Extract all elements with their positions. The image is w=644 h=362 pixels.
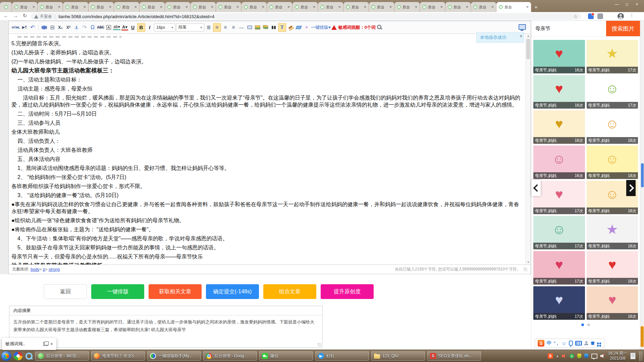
browser-tab[interactable]: 后台 × <box>343 2 369 12</box>
search-launcher-icon[interactable] <box>25 352 33 360</box>
address-bar[interactable]: 不安全 | lianhe.5068.com/index.php/admin/ar… <box>31 13 581 20</box>
browser-menu-icon[interactable]: ⋮ <box>630 13 634 18</box>
image-result[interactable]: ♥ 母亲节,妈妈 16次 <box>533 40 585 73</box>
action-button[interactable]: 一键排版 <box>91 284 144 299</box>
image-result[interactable]: ★ 母亲节,妈妈 17次 <box>587 40 638 73</box>
window-scrollbar[interactable] <box>640 21 644 350</box>
align-left-icon[interactable]: ≡ <box>213 23 221 32</box>
taskbar-button[interactable]: SEO文章优化.xls... <box>427 351 481 361</box>
preview-search-icon[interactable] <box>376 23 384 32</box>
close-icon[interactable]: × <box>632 1 642 8</box>
action-button[interactable]: 返回 <box>44 284 87 299</box>
browser-tab[interactable]: 后台 × <box>292 2 318 12</box>
video-icon[interactable] <box>41 23 48 32</box>
url-text[interactable]: lianhe.5068.com/index.php/admin/article.… <box>58 14 573 19</box>
sogou-logo-icon[interactable]: S <box>538 340 544 347</box>
html-source-icon[interactable]: HTML <box>12 23 20 32</box>
minimize-icon[interactable]: — <box>612 1 622 8</box>
tab-close-icon[interactable]: × <box>466 5 468 9</box>
antivirus-shield-icon[interactable] <box>584 354 588 358</box>
editor-content[interactable]: 5.完整的随音乐表演。 (1)幼儿扮孩子，老师扮妈妈，边唱边表演。 (2)一半幼… <box>9 34 525 264</box>
element-path-link[interactable]: p <box>43 267 45 272</box>
tab-close-icon[interactable]: × <box>364 5 366 9</box>
tab-close-icon[interactable]: × <box>109 5 111 9</box>
separator[interactable] <box>38 25 39 30</box>
scrollbar-thumb-blue[interactable] <box>641 163 644 187</box>
image-result[interactable]: ☺ 母亲节,妈妈 18次 <box>587 145 638 179</box>
image-result[interactable]: ♥ 母亲节,妈妈 18次 <box>587 286 638 320</box>
tab-close-icon[interactable]: × <box>33 5 35 9</box>
browser-tab[interactable]: 后台 × <box>191 2 216 12</box>
action-button[interactable]: 获取相关文章 <box>149 284 202 299</box>
undo-icon[interactable]: ↶ <box>29 23 36 32</box>
tab-close-icon[interactable]: × <box>84 5 86 9</box>
taskbar-button[interactable]: 后台管理 - 360安... <box>35 351 89 361</box>
browser-tab[interactable]: 后台 × <box>496 2 531 12</box>
anchor-icon[interactable]: ⚓ <box>73 23 80 32</box>
image-result[interactable]: ♥ 母亲节,妈妈 18次 <box>587 251 638 285</box>
screenshot-icon[interactable] <box>246 23 253 32</box>
browser-tab[interactable]: 后台 × <box>318 2 343 12</box>
magic-typeset-icon[interactable]: ✳ <box>303 23 310 32</box>
bold-icon[interactable]: B <box>137 23 145 32</box>
reload-icon[interactable]: ↻ <box>21 13 29 19</box>
resize-grip[interactable] <box>524 267 527 271</box>
tab-close-icon[interactable]: × <box>389 5 392 9</box>
tab-close-icon[interactable]: × <box>338 5 341 9</box>
tab-close-icon[interactable]: × <box>491 5 494 9</box>
extensions-puzzle-icon[interactable] <box>597 13 603 19</box>
find-replace-icon[interactable] <box>270 23 277 32</box>
scroll-up-icon[interactable]: ▲ <box>526 35 531 38</box>
browser-tab[interactable]: 后台 × <box>394 2 420 12</box>
browser-tab[interactable]: × <box>0 2 12 12</box>
next-page-arrow[interactable] <box>626 180 636 196</box>
skin-icon[interactable] <box>591 342 595 345</box>
forward-icon[interactable]: → <box>11 13 19 18</box>
redo-icon[interactable]: ↷ <box>81 23 88 32</box>
360-browser-icon[interactable] <box>14 352 22 360</box>
horizontal-rule-icon[interactable]: — <box>238 23 245 32</box>
element-path-link[interactable]: strong <box>49 267 60 272</box>
tab-close-icon[interactable]: × <box>135 5 137 9</box>
restore-window-icon[interactable] <box>43 342 48 346</box>
browser-tab[interactable]: 后台 × <box>369 2 394 12</box>
sensitive-words-warning[interactable]: 敏感词提醒：0个词 <box>331 23 376 32</box>
browser-tab[interactable]: 后台 × <box>63 2 89 12</box>
popup-close-icon[interactable]: × <box>50 341 53 347</box>
tab-close-icon[interactable]: × <box>262 5 264 9</box>
taskbar-button[interactable]: 一键排版助手(My... <box>147 351 201 361</box>
punctuation-icon[interactable]: °， <box>554 341 559 346</box>
image-search-input[interactable] <box>531 21 606 36</box>
image-result[interactable]: ♥ 母亲节,妈妈 16次 <box>533 110 585 144</box>
align-right-icon[interactable]: ≡ <box>230 23 237 32</box>
browser-tab[interactable]: 后台 × <box>420 2 445 12</box>
notes-tray-icon[interactable] <box>630 353 636 359</box>
special-char-icon[interactable]: Ω <box>89 23 96 32</box>
hidden-icons-arrow[interactable]: ▲ <box>556 355 559 358</box>
action-button[interactable]: 确定提交(-148s) <box>206 284 259 299</box>
microphone-icon[interactable] <box>569 341 573 346</box>
taskbar-button[interactable]: 后台管理 - Goog... <box>203 351 257 361</box>
taskbar-button[interactable]: 微信 <box>259 351 313 361</box>
bordered-text-icon[interactable]: A <box>105 23 112 32</box>
start-button[interactable] <box>1 351 11 361</box>
browser-tab[interactable]: 后台 × <box>140 2 165 12</box>
show-desktop-button[interactable] <box>639 351 643 361</box>
scrollbar-thumb[interactable] <box>526 39 530 59</box>
image-result[interactable]: ☺ 母亲节,妈妈 18次 <box>587 110 638 144</box>
back-icon[interactable]: ← <box>2 13 10 18</box>
browser-tab[interactable]: 后台 × <box>38 2 63 12</box>
subscript-icon[interactable]: X₂ <box>57 23 64 32</box>
browser-tab[interactable]: 后台 × <box>165 2 191 12</box>
page-dot[interactable] <box>587 323 590 326</box>
eraser-icon[interactable] <box>295 23 302 32</box>
paragraph-format-select[interactable]: 段落 <box>176 23 204 32</box>
editor-scrollbar[interactable]: ▲ ▼ <box>525 34 531 264</box>
toast-close-icon[interactable]: × <box>520 34 522 39</box>
taskbar-button[interactable]: 钉钉 <box>315 351 369 361</box>
browser-tab[interactable]: 后台 × <box>241 2 267 12</box>
page-break-icon[interactable]: ⊟ <box>49 23 56 32</box>
search-images-button[interactable]: 搜索图片 <box>606 21 640 36</box>
image-result[interactable]: ☺ 母亲节,妈妈 17次 <box>587 75 638 109</box>
superscript-icon[interactable]: X² <box>65 23 72 32</box>
